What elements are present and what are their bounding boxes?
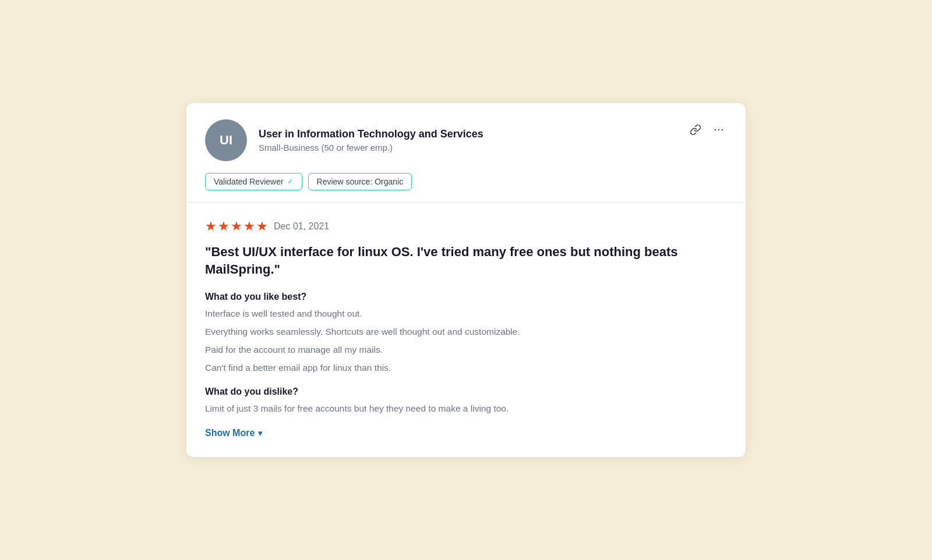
star-5: ★ xyxy=(256,219,268,234)
review-date: Dec 01, 2021 xyxy=(274,221,329,232)
section-label-dislikes: What do you dislike? xyxy=(205,387,727,397)
review-text-likes-4: Can't find a better email app for linux … xyxy=(205,361,727,375)
validated-reviewer-badge: Validated Reviewer ✓ xyxy=(205,173,302,190)
svg-point-1 xyxy=(718,129,720,131)
user-details: User in Information Technology and Servi… xyxy=(259,128,483,153)
review-text-dislikes-1: Limit of just 3 mails for free accounts … xyxy=(205,402,727,416)
check-icon: ✓ xyxy=(287,177,294,186)
section-dislikes: What do you dislike? Limit of just 3 mai… xyxy=(205,387,727,416)
svg-point-2 xyxy=(722,129,723,131)
link-button[interactable] xyxy=(687,122,704,138)
user-name: User in Information Technology and Servi… xyxy=(259,128,483,140)
more-options-button[interactable] xyxy=(711,122,727,138)
badges-row: Validated Reviewer ✓ Review source: Orga… xyxy=(186,173,746,202)
svg-point-0 xyxy=(715,129,716,131)
link-icon xyxy=(690,124,701,136)
review-text-likes-1: Interface is well tested and thought out… xyxy=(205,307,727,321)
user-company: Small-Business (50 or fewer emp.) xyxy=(259,143,483,153)
section-label-likes: What do you like best? xyxy=(205,292,727,302)
card-body: ★ ★ ★ ★ ★ Dec 01, 2021 "Best UI/UX inter… xyxy=(186,203,746,457)
header-actions xyxy=(687,119,727,138)
stars: ★ ★ ★ ★ ★ xyxy=(205,219,268,234)
badge-label-source: Review source: Organic xyxy=(317,177,404,186)
review-title: "Best UI/UX interface for linux OS. I've… xyxy=(205,243,727,278)
star-3: ★ xyxy=(231,219,242,234)
user-info: UI User in Information Technology and Se… xyxy=(205,119,483,161)
review-text-likes-3: Paid for the account to manage all my ma… xyxy=(205,343,727,357)
star-1: ★ xyxy=(205,219,217,234)
more-icon xyxy=(713,124,725,136)
section-likes: What do you like best? Interface is well… xyxy=(205,292,727,375)
rating-row: ★ ★ ★ ★ ★ Dec 01, 2021 xyxy=(205,219,727,234)
badge-label-validated: Validated Reviewer xyxy=(214,177,284,186)
review-card: UI User in Information Technology and Se… xyxy=(186,103,746,457)
show-more-button[interactable]: Show More ▾ xyxy=(205,428,262,438)
review-source-badge: Review source: Organic xyxy=(308,173,412,190)
chevron-down-icon: ▾ xyxy=(258,428,262,438)
review-text-likes-2: Everything works seamlessly. Shortcuts a… xyxy=(205,325,727,339)
show-more-label: Show More xyxy=(205,428,255,438)
card-header: UI User in Information Technology and Se… xyxy=(186,103,746,173)
star-2: ★ xyxy=(218,219,230,234)
avatar: UI xyxy=(205,119,247,161)
star-4: ★ xyxy=(243,219,255,234)
